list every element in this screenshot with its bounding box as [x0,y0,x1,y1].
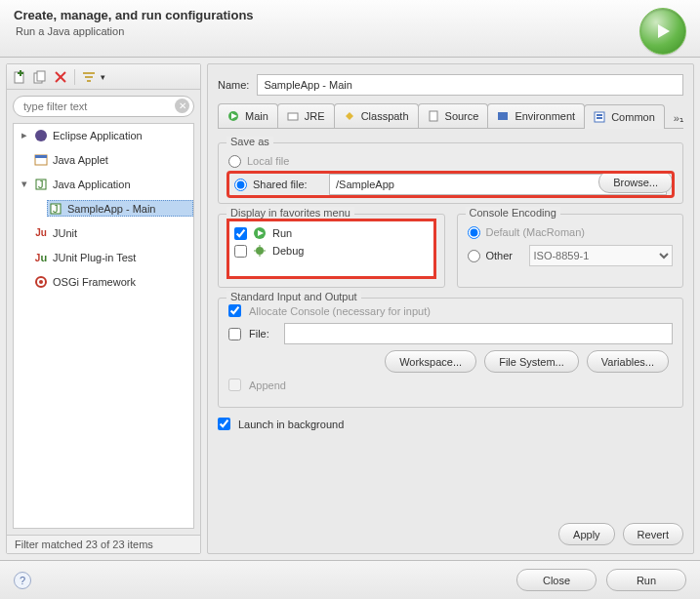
java-app-icon: J [48,201,63,217]
svg-rect-5 [37,71,45,81]
svg-rect-13 [35,155,47,158]
tab-bar: Main JRE Classpath Source Environment Co… [218,103,683,129]
encoding-select[interactable]: ISO-8859-1 [529,245,674,266]
local-file-label: Local file [247,155,289,167]
tab-jre[interactable]: JRE [277,103,335,128]
revert-button[interactable]: Revert [623,523,683,545]
encoding-default-label: Default (MacRoman) [486,226,585,238]
fav-debug-label: Debug [272,245,304,257]
config-tree[interactable]: ▸Eclipse Application Java Applet ▾JJava … [13,123,194,529]
svg-rect-24 [498,112,508,120]
tab-classpath[interactable]: Classpath [334,103,419,128]
new-config-icon[interactable] [11,68,28,86]
local-file-radio[interactable] [228,155,241,168]
name-input[interactable] [257,74,683,96]
tab-source[interactable]: Source [418,103,489,128]
svg-marker-0 [658,24,670,38]
launch-bg-checkbox[interactable] [218,418,230,430]
file-output-checkbox[interactable] [228,328,241,340]
config-toolbar: ▾ [7,64,200,90]
stdio-group: Standard Input and Output Allocate Conso… [218,298,683,408]
svg-rect-27 [597,117,602,119]
run-orb-icon [639,8,686,55]
save-as-group: Save as Local file Shared file: Browse..… [218,142,683,204]
file-output-input[interactable] [284,323,673,344]
source-tab-icon [426,108,441,124]
duplicate-config-icon[interactable] [31,68,49,86]
filter-status: Filter matched 23 of 23 items [7,535,200,553]
apply-button[interactable]: Apply [558,523,615,545]
run-icon [252,225,268,241]
tree-item[interactable]: OSGi Framework [53,276,136,288]
debug-icon [252,243,268,259]
svg-point-11 [35,130,47,141]
allocate-console-label: Allocate Console (necessary for input) [249,305,431,317]
env-tab-icon [495,108,511,124]
variables-button[interactable]: Variables... [587,350,669,373]
svg-rect-22 [288,113,298,120]
main-tab-icon [226,108,241,124]
applet-icon [33,152,49,168]
filesystem-button[interactable]: File System... [484,350,579,373]
common-tab-icon [592,109,607,125]
tree-item[interactable]: JUnit [53,227,77,239]
name-label: Name: [218,79,249,91]
svg-rect-23 [430,111,437,121]
dialog-footer: ? Close Run [0,560,700,599]
tab-common[interactable]: Common [584,104,665,129]
svg-text:J: J [53,203,59,215]
svg-point-30 [256,247,264,255]
dialog-title: Create, manage, and run configurations [14,8,639,22]
tree-item[interactable]: Java Applet [53,154,108,166]
java-app-icon: J [33,177,49,192]
svg-rect-9 [85,76,93,78]
junit-plugin-icon: Ju [33,250,49,265]
encoding-other-label: Other [486,250,523,261]
tree-item-selected[interactable]: SampleApp - Main [67,203,156,215]
tree-item[interactable]: Eclipse Application [53,130,143,141]
encoding-default-radio[interactable] [468,226,480,239]
classpath-tab-icon [342,108,357,124]
favorites-group: Display in favorites menu Run D [218,214,445,288]
jre-tab-icon [285,108,301,124]
allocate-console-checkbox[interactable] [228,304,241,317]
tab-main[interactable]: Main [218,103,278,128]
fav-run-label: Run [272,227,292,239]
svg-rect-10 [87,80,91,82]
tree-item[interactable]: Java Application [53,179,131,190]
svg-text:J: J [38,179,44,190]
launch-bg-label: Launch in background [238,419,344,430]
workspace-button[interactable]: Workspace... [385,350,476,373]
svg-rect-3 [18,72,23,74]
delete-config-icon[interactable] [52,68,69,86]
eclipse-app-icon [33,128,49,143]
tab-overflow[interactable]: »₁ [670,109,687,128]
encoding-other-radio[interactable] [468,250,480,262]
toolbar-chevron-icon[interactable]: ▾ [101,72,105,82]
fav-debug-checkbox[interactable] [234,245,247,258]
clear-filter-icon[interactable]: ✕ [175,99,189,113]
junit-icon: Ju [33,225,49,241]
append-checkbox[interactable] [228,379,241,391]
dialog-header: Create, manage, and run configurations R… [0,0,700,58]
run-button[interactable]: Run [606,569,686,591]
config-detail-pane: Name: Main JRE Classpath Source Environm… [207,63,694,554]
tree-item[interactable]: JUnit Plug-in Test [53,252,136,263]
help-icon[interactable]: ? [14,572,31,589]
svg-rect-8 [83,72,95,74]
file-output-label: File: [249,328,276,339]
dialog-subtitle: Run a Java application [16,25,639,37]
filter-input[interactable] [13,96,194,117]
filter-config-icon[interactable] [80,68,98,86]
close-button[interactable]: Close [516,569,597,591]
fav-run-checkbox[interactable] [234,227,247,240]
svg-point-19 [39,280,43,284]
favorites-list: Run Debug [228,220,434,277]
svg-rect-26 [597,114,602,116]
shared-file-radio[interactable] [234,179,247,191]
configurations-pane: ▾ ✕ ▸Eclipse Application Java Applet ▾JJ… [6,63,201,554]
tab-environment[interactable]: Environment [487,103,585,128]
shared-file-label: Shared file: [253,179,323,190]
encoding-group: Console Encoding Default (MacRoman) Othe… [457,214,684,288]
browse-button[interactable]: Browse... [598,171,673,193]
